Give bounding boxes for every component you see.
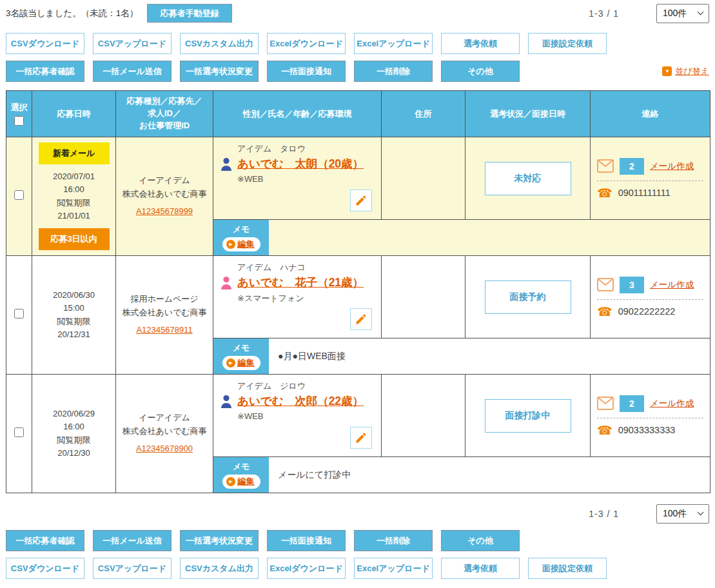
company-name: 株式会社あいでむ商事 — [116, 306, 213, 320]
apply-time: 15:00 — [32, 302, 115, 315]
applicants-table: 選択 応募日時 応募種別／応募先／ 求人ID／ お仕事管理ID 性別／氏名／年齢… — [6, 90, 710, 493]
sort-caret-icon: ▼ — [662, 66, 672, 76]
mail-count-badge[interactable]: 3 — [620, 277, 644, 293]
toolbar-solid-bottom: 一括応募者確認 一括メール送信 一括選考状況変更 一括面接通知 一括削除 その他 — [6, 530, 709, 551]
bottom-pagination-bar: 1-3 / 1 100件 — [6, 504, 709, 524]
view-limit-label: 閲覧期限 — [32, 434, 115, 447]
header-select: 選択 — [6, 91, 32, 137]
phone-icon: ☎ — [597, 424, 612, 436]
create-mail-link[interactable]: メール作成 — [650, 279, 694, 291]
row-checkbox[interactable] — [14, 309, 24, 318]
csv-custom-export-button[interactable]: CSVカスタム出力 — [180, 33, 259, 54]
edit-pencil-button[interactable] — [350, 190, 372, 211]
view-limit-date: 21/01/01 — [32, 210, 115, 222]
csv-download-button[interactable]: CSVダウンロード — [6, 33, 84, 54]
create-mail-link[interactable]: メール作成 — [650, 161, 694, 172]
phone-number: 09011111111 — [618, 188, 671, 198]
apply-time: 16:00 — [32, 183, 115, 196]
result-count-text: 3名該当しました。（未読：1名） — [6, 8, 138, 19]
bulk-status-change-button[interactable]: 一括選考状況変更 — [180, 61, 259, 82]
csv-custom-export-button[interactable]: CSVカスタム出力 — [180, 558, 259, 579]
apply-date: 2020/07/01 — [32, 170, 115, 183]
interview-setting-request-button[interactable]: 面接設定依頼 — [528, 33, 607, 54]
mail-icon — [597, 278, 614, 291]
memo-text — [269, 220, 710, 255]
row-checkbox[interactable] — [14, 427, 24, 437]
per-page-value: 100件 — [663, 508, 687, 520]
mail-count-badge[interactable]: 2 — [620, 158, 644, 175]
sort-link-label: 並び替え — [675, 66, 709, 77]
play-icon: ▶ — [226, 477, 235, 486]
job-id-link[interactable]: A12345678911 — [136, 324, 192, 337]
toolbar-outlined-bottom: CSVダウンロード CSVアップロード CSVカスタム出力 Excelダウンロー… — [6, 558, 709, 579]
bulk-delete-button[interactable]: 一括削除 — [354, 61, 433, 82]
pagination-text: 1-3 / 1 — [589, 8, 619, 19]
edit-pencil-button[interactable] — [350, 308, 372, 330]
chevron-down-icon — [698, 509, 704, 516]
memo-edit-button[interactable]: ▶ 編集 — [222, 475, 260, 489]
bulk-mail-send-button[interactable]: 一括メール送信 — [93, 530, 171, 551]
per-page-select[interactable]: 100件 — [656, 4, 709, 23]
interview-setting-request-button[interactable]: 面接設定依頼 — [528, 558, 607, 579]
manual-register-button[interactable]: 応募者手動登録 — [147, 4, 232, 23]
name-cell: アイデム ハナコ あいでむ 花子（21歳） ※スマートフォン — [213, 256, 382, 338]
mail-icon — [597, 159, 614, 173]
excel-download-button[interactable]: Excelダウンロード — [267, 33, 346, 54]
csv-upload-button[interactable]: CSVアップロード — [93, 558, 171, 579]
pagination-text: 1-3 / 1 — [589, 509, 619, 519]
bulk-interview-notice-button[interactable]: 一括面接通知 — [267, 530, 346, 551]
view-limit-date: 20/12/30 — [32, 447, 115, 460]
phone-icon: ☎ — [597, 187, 612, 199]
toolbar-solid-top: 一括応募者確認 一括メール送信 一括選考状況変更 一括面接通知 一括削除 その他… — [6, 61, 709, 82]
excel-upload-button[interactable]: Excelアップロード — [354, 33, 433, 54]
memo-edit-button[interactable]: ▶ 編集 — [222, 356, 260, 370]
others-button[interactable]: その他 — [441, 530, 520, 551]
apply-type: イーアイデム — [116, 411, 213, 425]
bulk-status-change-button[interactable]: 一括選考状況変更 — [180, 530, 259, 551]
csv-upload-button[interactable]: CSVアップロード — [93, 33, 171, 54]
memo-text: メールにて打診中 — [269, 457, 710, 493]
header-status: 選考状況／面接日時 — [465, 91, 591, 137]
job-id-link[interactable]: A12345678999 — [136, 205, 193, 219]
row-checkbox[interactable] — [14, 190, 24, 200]
apply-env-text: ※WEB — [237, 411, 372, 421]
bulk-mail-send-button[interactable]: 一括メール送信 — [93, 61, 171, 82]
status-cell: 未対応 — [465, 137, 591, 220]
select-all-checkbox[interactable] — [14, 116, 24, 126]
play-icon: ▶ — [226, 358, 235, 368]
bulk-applicant-confirm-button[interactable]: 一括応募者確認 — [6, 530, 84, 551]
csv-download-button[interactable]: CSVダウンロード — [6, 558, 84, 579]
status-button[interactable]: 面接打診中 — [485, 399, 571, 433]
phone-number: 09033333333 — [618, 425, 676, 435]
applicant-name-link[interactable]: あいでむ 次郎（22歳） — [237, 395, 364, 407]
bulk-applicant-confirm-button[interactable]: 一括応募者確認 — [6, 61, 84, 82]
memo-edit-button[interactable]: ▶ 編集 — [222, 237, 260, 251]
bulk-delete-button[interactable]: 一括削除 — [354, 530, 433, 551]
company-name: 株式会社あいでむ商事 — [116, 425, 213, 438]
apply-date: 2020/06/29 — [32, 407, 115, 420]
per-page-select[interactable]: 100件 — [656, 504, 709, 524]
mail-count-badge[interactable]: 2 — [620, 395, 644, 412]
select-cell — [6, 256, 32, 375]
create-mail-link[interactable]: メール作成 — [650, 398, 694, 409]
status-button[interactable]: 未対応 — [485, 162, 571, 195]
status-button[interactable]: 面接予約 — [485, 280, 571, 314]
apply-type: イーアイデム — [116, 174, 213, 188]
applicant-name-link[interactable]: あいでむ 太朗（20歳） — [237, 157, 364, 170]
per-page-value: 100件 — [663, 8, 687, 19]
apply-type: 採用ホームページ — [116, 293, 213, 306]
applicant-name-link[interactable]: あいでむ 花子（21歳） — [237, 276, 364, 289]
others-button[interactable]: その他 — [441, 61, 520, 82]
job-id-link[interactable]: A12345678900 — [136, 442, 193, 456]
selection-request-button[interactable]: 選考依頼 — [441, 558, 520, 579]
excel-download-button[interactable]: Excelダウンロード — [267, 558, 346, 579]
phone-icon: ☎ — [597, 306, 612, 318]
excel-upload-button[interactable]: Excelアップロード — [354, 558, 433, 579]
header-date: 応募日時 — [32, 91, 116, 137]
selection-request-button[interactable]: 選考依頼 — [441, 33, 520, 54]
bulk-interview-notice-button[interactable]: 一括面接通知 — [267, 61, 346, 82]
edit-pencil-button[interactable] — [350, 427, 372, 449]
contact-cell: 2 メール作成 ☎ 09011111111 — [591, 137, 710, 220]
address-cell — [382, 256, 465, 338]
sort-link[interactable]: ▼ 並び替え — [662, 66, 709, 77]
